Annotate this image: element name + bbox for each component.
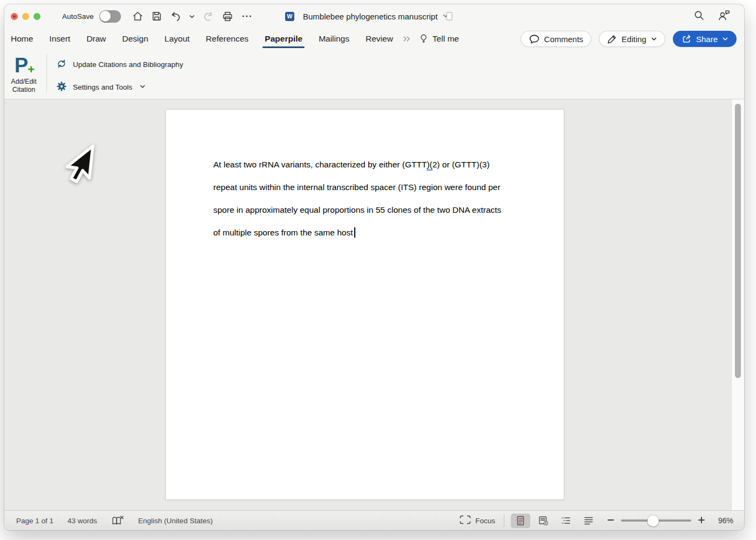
- paperpile-ribbon: P + Add/Edit Citation Update Citations a…: [4, 50, 744, 99]
- tab-paperpile[interactable]: Paperpile: [256, 28, 310, 50]
- draft-view-button[interactable]: [579, 514, 598, 528]
- comments-button[interactable]: Comments: [521, 31, 592, 47]
- language-indicator[interactable]: English (United States): [138, 517, 213, 525]
- add-edit-citation-label-line1: Add/Edit: [4, 78, 43, 86]
- document-title: Bumblebee phylogenetics manuscript: [303, 12, 437, 21]
- tell-me-button[interactable]: Tell me: [418, 32, 459, 46]
- print-icon[interactable]: [221, 10, 234, 23]
- comment-bubble-icon: [529, 34, 540, 44]
- document-page[interactable]: At least two rRNA variants, characterize…: [166, 110, 564, 500]
- document-paragraph-line: repeat units within the internal transcr…: [213, 176, 517, 199]
- text-cursor: [354, 227, 355, 238]
- titlebar: AutoSave: [4, 4, 744, 28]
- undo-dropdown-chevron-icon[interactable]: [189, 14, 195, 19]
- editing-dropdown-chevron-icon: [651, 36, 657, 42]
- word-window: AutoSave: [4, 4, 744, 530]
- update-citations-button[interactable]: Update Citations and Bibliography: [56, 57, 183, 72]
- word-count[interactable]: 43 words: [68, 517, 97, 525]
- comments-label: Comments: [544, 35, 584, 44]
- proofing-errors-icon[interactable]: [111, 515, 124, 526]
- ribbon-tab-row: Home Insert Draw Design Layout Reference…: [4, 28, 744, 50]
- document-text[interactable]: At least two rRNA variants, characterize…: [166, 110, 564, 244]
- undo-icon[interactable]: [170, 10, 182, 23]
- tab-home[interactable]: Home: [11, 28, 41, 50]
- tab-design[interactable]: Design: [114, 28, 156, 50]
- tab-references[interactable]: References: [198, 28, 256, 50]
- document-canvas: At least two rRNA variants, characterize…: [4, 99, 744, 510]
- more-commands-icon[interactable]: [241, 10, 253, 22]
- focus-icon: [460, 515, 471, 526]
- pencil-icon: [607, 34, 617, 44]
- focus-label: Focus: [475, 517, 495, 525]
- zoom-window-button[interactable]: [33, 13, 40, 20]
- tell-me-label: Tell me: [433, 34, 459, 44]
- document-title-group[interactable]: W Bumblebee phylogenetics manuscript: [285, 4, 449, 28]
- close-window-button[interactable]: [11, 13, 18, 20]
- statusbar-divider: [504, 514, 504, 527]
- add-edit-citation-button[interactable]: P + Add/Edit Citation: [4, 54, 43, 94]
- autosave-label: AutoSave: [62, 12, 94, 21]
- web-layout-view-button[interactable]: [534, 514, 553, 528]
- update-citations-label: Update Citations and Bibliography: [73, 60, 183, 69]
- tab-insert[interactable]: Insert: [41, 28, 78, 50]
- tab-layout[interactable]: Layout: [157, 28, 198, 50]
- active-tab-underline: [262, 46, 305, 48]
- gear-icon: [56, 81, 67, 93]
- ribbon-group-divider: [46, 54, 47, 92]
- lightbulb-icon: [418, 32, 429, 46]
- autosave-toggle[interactable]: [99, 10, 121, 23]
- share-button[interactable]: Share: [673, 31, 737, 47]
- redo-icon: [202, 10, 214, 23]
- scrollbar-track[interactable]: [731, 99, 744, 510]
- print-layout-view-button[interactable]: [511, 514, 530, 528]
- share-icon: [681, 33, 692, 44]
- search-icon[interactable]: [693, 9, 705, 24]
- add-edit-citation-label-line2: Citation: [4, 86, 43, 94]
- status-bar: Page 1 of 1 43 words English (United Sta…: [4, 510, 744, 530]
- more-tabs-chevron-icon[interactable]: [402, 36, 412, 42]
- page-indicator[interactable]: Page 1 of 1: [16, 517, 53, 525]
- editing-mode-button[interactable]: Editing: [599, 31, 665, 47]
- presence-people-icon[interactable]: [717, 9, 731, 24]
- document-paragraph-line: At least two rRNA variants, characterize…: [213, 153, 517, 176]
- outline-view-button[interactable]: [556, 514, 576, 528]
- share-label: Share: [696, 35, 718, 44]
- settings-and-tools-label: Settings and Tools: [73, 83, 132, 91]
- zoom-percentage[interactable]: 96%: [712, 516, 733, 525]
- scrollbar-thumb[interactable]: [735, 104, 741, 378]
- document-paragraph-line: of multiple spores from the same host: [213, 221, 517, 244]
- word-document-icon: W: [285, 11, 298, 22]
- settings-and-tools-button[interactable]: Settings and Tools: [56, 79, 146, 94]
- grammar-check-mark: )(: [427, 160, 432, 171]
- share-dropdown-chevron-icon: [722, 36, 728, 42]
- minimize-window-button[interactable]: [22, 13, 29, 20]
- toggle-knob: [100, 11, 111, 22]
- paperpile-logo-icon: P +: [15, 54, 28, 77]
- editing-label: Editing: [622, 35, 646, 44]
- tab-review[interactable]: Review: [357, 28, 401, 50]
- home-icon[interactable]: [132, 10, 144, 22]
- document-paragraph-line: spore in approximately equal proportions…: [213, 199, 517, 221]
- tab-draw[interactable]: Draw: [78, 28, 114, 50]
- mouse-pointer-icon: [59, 141, 98, 189]
- sync-refresh-icon: [56, 58, 67, 71]
- tab-mailings[interactable]: Mailings: [310, 28, 357, 50]
- settings-dropdown-chevron-icon: [139, 83, 146, 91]
- zoom-slider-thumb[interactable]: [647, 515, 659, 526]
- traffic-lights: [11, 4, 40, 28]
- zoom-slider[interactable]: [621, 519, 691, 522]
- focus-mode-button[interactable]: Focus: [460, 515, 495, 526]
- zoom-out-icon[interactable]: [607, 516, 615, 525]
- zoom-in-icon[interactable]: [698, 516, 705, 525]
- save-icon[interactable]: [151, 10, 163, 22]
